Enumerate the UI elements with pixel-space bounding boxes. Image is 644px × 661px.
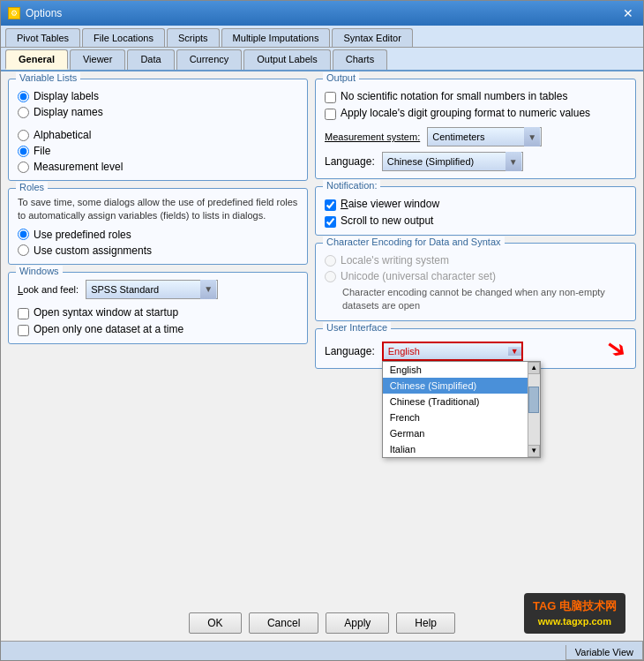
- ui-language-label: Language:: [325, 345, 375, 357]
- scroll-new-output-option[interactable]: Scroll to new output: [325, 214, 626, 228]
- raise-viewer-label: Raise viewer window: [341, 198, 439, 210]
- locale-writing-system-radio[interactable]: [325, 255, 336, 267]
- ui-language-row: Language: English ▼ English Chinese (Sim…: [325, 342, 626, 361]
- use-predefined-roles-label: Use predefined roles: [34, 229, 131, 241]
- sort-radio-group: Alphabetical File Measurement level: [18, 129, 298, 173]
- roles-section: Roles To save time, some dialogs allow t…: [8, 188, 308, 265]
- output-language-select[interactable]: English Chinese (Simplified) Chinese (Tr…: [382, 152, 523, 171]
- tab-viewer[interactable]: Viewer: [70, 49, 125, 70]
- file-radio[interactable]: [18, 146, 29, 157]
- open-one-dataset-label: Open only one dataset at a time: [34, 323, 183, 335]
- chinese-simplified-ui-option[interactable]: Chinese (Simplified): [383, 378, 528, 394]
- ok-button[interactable]: OK: [189, 612, 242, 634]
- display-labels-option[interactable]: Display labels: [18, 90, 298, 102]
- help-button[interactable]: Help: [396, 612, 455, 634]
- look-feel-label-text: ook and feel:: [23, 284, 79, 295]
- tab-multiple-imputations[interactable]: Multiple Imputations: [221, 28, 331, 47]
- ui-language-display[interactable]: English ▼: [382, 342, 523, 361]
- title-bar-left: ⚙ Options: [8, 7, 62, 19]
- apply-locale-format-option[interactable]: Apply locale's digit grouping format to …: [325, 107, 626, 120]
- roles-radio-group: Use predefined roles Use custom assignme…: [18, 229, 298, 257]
- open-syntax-window-label: Open syntax window at startup: [34, 306, 178, 319]
- unicode-radio[interactable]: [325, 271, 336, 282]
- ui-section: User Interface Language: English ▼ Engli: [315, 328, 636, 369]
- right-panel: Output No scientific notation for small …: [315, 79, 636, 598]
- open-one-dataset-option[interactable]: Open only one dataset at a time: [18, 323, 298, 336]
- close-button[interactable]: ✕: [620, 5, 636, 21]
- tab-general[interactable]: General: [5, 49, 68, 70]
- dropdown-with-scroll: English Chinese (Simplified) Chinese (Tr…: [383, 362, 540, 457]
- use-custom-assignments-radio[interactable]: [18, 244, 29, 256]
- italian-ui-option[interactable]: Italian: [383, 441, 528, 457]
- top-tab-row: Pivot Tables File Locations Scripts Mult…: [1, 26, 643, 48]
- look-feel-select[interactable]: SPSS Standard Windows Java: [86, 280, 218, 299]
- tab-scripts[interactable]: Scripts: [167, 28, 220, 47]
- raise-viewer-checkbox[interactable]: [325, 199, 336, 211]
- raise-viewer-option[interactable]: Raise viewer window: [325, 198, 626, 211]
- use-predefined-roles-option[interactable]: Use predefined roles: [18, 229, 298, 241]
- english-ui-option[interactable]: English: [383, 362, 528, 378]
- alphabetical-radio[interactable]: [18, 130, 29, 141]
- open-one-dataset-checkbox[interactable]: [18, 325, 29, 336]
- ui-language-dropdown: English Chinese (Simplified) Chinese (Tr…: [382, 361, 541, 458]
- measurement-row: Measurement system: Points Inches Centim…: [325, 127, 626, 146]
- tab-output-labels[interactable]: Output Labels: [243, 49, 331, 70]
- left-panel: Variable Lists Display labels Display na…: [8, 79, 308, 598]
- scrollbar-down-arrow[interactable]: ▼: [528, 445, 540, 457]
- scrollbar-up-arrow[interactable]: ▲: [528, 362, 540, 374]
- tab-currency[interactable]: Currency: [176, 49, 243, 70]
- no-scientific-notation-label: No scientific notation for small numbers…: [341, 90, 567, 102]
- alphabetical-option[interactable]: Alphabetical: [18, 129, 298, 141]
- variable-view-tab[interactable]: Variable View: [565, 645, 643, 660]
- roles-title: Roles: [16, 182, 48, 192]
- watermark-line1: TAG 电脑技术网: [533, 598, 617, 614]
- tab-data[interactable]: Data: [127, 49, 174, 70]
- roles-description: To save time, some dialogs allow the use…: [18, 196, 298, 223]
- use-predefined-roles-radio[interactable]: [18, 229, 29, 240]
- cancel-button[interactable]: Cancel: [249, 612, 318, 634]
- french-ui-option[interactable]: French: [383, 409, 528, 425]
- window-icon: ⚙: [8, 7, 20, 19]
- tab-pivot-tables[interactable]: Pivot Tables: [5, 28, 80, 47]
- measurement-level-option[interactable]: Measurement level: [18, 161, 298, 173]
- statusbar: Variable View: [1, 641, 643, 660]
- no-scientific-notation-option[interactable]: No scientific notation for small numbers…: [325, 90, 626, 103]
- unicode-option[interactable]: Unicode (universal character set): [325, 270, 626, 282]
- unicode-label: Unicode (universal character set): [341, 270, 496, 282]
- file-label: File: [34, 145, 50, 157]
- open-syntax-window-checkbox[interactable]: [18, 308, 29, 319]
- german-ui-option[interactable]: German: [383, 425, 528, 441]
- dropdown-scrollbar[interactable]: ▲ ▼: [528, 362, 540, 457]
- measurement-label: Measurement system:: [325, 131, 420, 142]
- open-syntax-window-option[interactable]: Open syntax window at startup: [18, 306, 298, 319]
- look-feel-label: Look and feel:: [18, 284, 79, 295]
- dropdown-items-area: English Chinese (Simplified) Chinese (Tr…: [383, 362, 528, 457]
- no-scientific-notation-checkbox[interactable]: [325, 92, 336, 103]
- file-option[interactable]: File: [18, 145, 298, 157]
- scrollbar-thumb[interactable]: [528, 387, 539, 413]
- tab-charts[interactable]: Charts: [333, 49, 387, 70]
- tab-syntax-editor[interactable]: Syntax Editor: [332, 28, 412, 47]
- use-custom-assignments-option[interactable]: Use custom assignments: [18, 244, 298, 257]
- apply-locale-format-checkbox[interactable]: [325, 109, 336, 120]
- apply-button[interactable]: Apply: [326, 612, 389, 634]
- alphabetical-label: Alphabetical: [34, 129, 91, 141]
- chinese-traditional-ui-option[interactable]: Chinese (Traditional): [383, 394, 528, 409]
- display-labels-radio[interactable]: [18, 91, 29, 102]
- output-section: Output No scientific notation for small …: [315, 79, 636, 179]
- tab-file-locations[interactable]: File Locations: [82, 28, 165, 47]
- measurement-select[interactable]: Points Inches Centimeters: [427, 127, 542, 146]
- measurement-level-radio[interactable]: [18, 161, 29, 173]
- display-radio-group: Display labels Display names: [18, 90, 298, 118]
- scroll-new-output-checkbox[interactable]: [325, 216, 336, 228]
- content-area: Variable Lists Display labels Display na…: [1, 71, 643, 605]
- use-custom-assignments-label: Use custom assignments: [34, 244, 152, 257]
- watermark-line2: www.tagxp.com: [533, 615, 617, 628]
- measurement-dropdown-wrapper: Points Inches Centimeters ▼: [427, 127, 542, 146]
- display-names-option[interactable]: Display names: [18, 106, 298, 118]
- variable-lists-section: Variable Lists Display labels Display na…: [8, 79, 308, 181]
- display-names-radio[interactable]: [18, 107, 29, 118]
- output-language-row: Language: English Chinese (Simplified) C…: [325, 152, 626, 171]
- locale-writing-system-option[interactable]: Locale's writing system: [325, 254, 626, 267]
- ui-language-value: English: [388, 346, 508, 357]
